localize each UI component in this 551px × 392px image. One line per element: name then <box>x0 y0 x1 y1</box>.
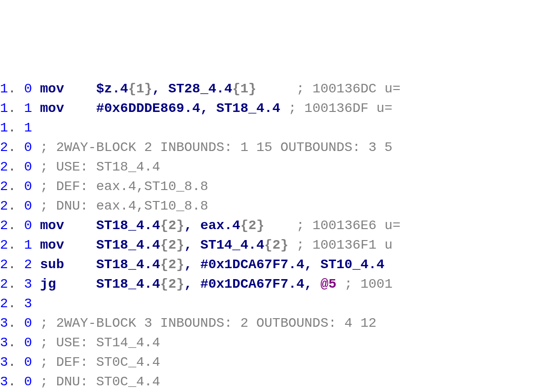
comment-marker: ; <box>40 160 56 174</box>
comment-marker: ; <box>40 179 56 194</box>
code-line: 2. 1 mov ST18_4.4{2}, ST14_4.4{2} ; 1001… <box>0 235 551 255</box>
line-index: 3. 0 <box>0 355 40 370</box>
block-number: 2 <box>0 238 8 252</box>
comment-text: USE: ST14_4.4 <box>56 335 160 350</box>
version-tag: {1} <box>232 81 256 96</box>
instr-index: 1 <box>24 121 32 135</box>
comment-marker: ; <box>40 355 56 370</box>
instr-index: 3 <box>24 296 32 311</box>
comment-text: 100136DC u= <box>312 81 400 96</box>
operand: ST18_4.4 <box>216 101 280 116</box>
instr-index: 0 <box>24 140 32 155</box>
code-line: 2. 3 jg ST18_4.4{2}, #0x1DCA67F7.4, @5 ;… <box>0 274 551 294</box>
mnemonic: mov <box>40 101 64 116</box>
version-tag: {2} <box>160 238 184 252</box>
block-number: 2 <box>0 218 8 233</box>
comment-text: 2WAY-BLOCK 2 INBOUNDS: 1 15 OUTBOUNDS: 3… <box>56 140 393 155</box>
comment-marker: ; <box>288 101 305 116</box>
comment-marker: ; <box>40 316 56 331</box>
version-tag: {2} <box>160 218 184 233</box>
operand: #0x1DCA67F7.4 <box>200 277 304 291</box>
block-number: 3 <box>0 355 8 370</box>
line-index: 3. 0 <box>0 374 40 389</box>
block-number: 3 <box>0 316 8 331</box>
line-index: 2. 1 <box>0 238 40 252</box>
comment-marker: ; <box>40 335 56 350</box>
comment-text: DNU: eax.4,ST10_8.8 <box>56 199 208 213</box>
instr-index: 2 <box>24 257 32 272</box>
line-index: 1. 0 <box>0 81 40 96</box>
instr-index: 0 <box>24 374 32 389</box>
operand: eax.4 <box>200 218 240 233</box>
code-line: 2. 0 ; DEF: eax.4,ST10_8.8 <box>0 177 551 196</box>
instr-index: 3 <box>24 277 32 291</box>
operand: , <box>184 218 201 233</box>
operand: , <box>200 101 216 116</box>
operand: ST18_4.4 <box>96 238 160 252</box>
operand: ST18_4.4 <box>96 277 160 291</box>
instr-index: 0 <box>24 160 32 174</box>
block-number: 1 <box>0 81 8 96</box>
comment-marker: ; <box>296 81 313 96</box>
block-number: 2 <box>0 277 8 291</box>
comment-text: DEF: eax.4,ST10_8.8 <box>56 179 208 194</box>
code-line: 1. 0 mov $z.4{1}, ST28_4.4{1} ; 100136DC… <box>0 79 551 99</box>
version-tag: {2} <box>240 218 264 233</box>
mnemonic: sub <box>40 257 64 272</box>
comment-text: 2WAY-BLOCK 3 INBOUNDS: 2 OUTBOUNDS: 4 12 <box>56 316 385 331</box>
code-line: 2. 2 sub ST18_4.4{2}, #0x1DCA67F7.4, ST1… <box>0 255 551 274</box>
line-index: 3. 0 <box>0 316 40 331</box>
comment-marker: ; <box>40 374 56 389</box>
block-number: 2 <box>0 160 8 174</box>
line-index: 1. 1 <box>0 101 40 116</box>
comment-marker: ; <box>296 218 313 233</box>
instr-index: 0 <box>24 335 32 350</box>
instr-index: 1 <box>24 101 32 116</box>
line-index: 2. 0 <box>0 179 40 194</box>
comment-text: USE: ST18_4.4 <box>56 160 160 174</box>
instr-index: 0 <box>24 179 32 194</box>
version-tag: {1} <box>128 81 152 96</box>
operand: , <box>305 257 321 272</box>
block-number: 2 <box>0 179 8 194</box>
code-line: 2. 3 <box>0 294 551 313</box>
code-line: 1. 1 <box>0 118 551 138</box>
line-index: 2. 3 <box>0 296 40 311</box>
block-number: 2 <box>0 140 8 155</box>
instr-index: 0 <box>24 355 32 370</box>
label-ref: @5 <box>320 277 337 291</box>
operand: #0x1DCA67F7.4 <box>200 257 304 272</box>
code-line: 3. 0 ; DNU: ST0C_4.4 <box>0 372 551 392</box>
comment-text: 1001 <box>360 277 392 291</box>
instr-index: 0 <box>24 316 32 331</box>
line-index: 3. 0 <box>0 335 40 350</box>
block-number: 2 <box>0 199 8 213</box>
comment-text: DNU: ST0C_4.4 <box>56 374 160 389</box>
operand: , <box>184 277 201 291</box>
comment-text: 100136F1 u <box>312 238 392 252</box>
operand: , <box>152 81 168 96</box>
operand: ST28_4.4 <box>168 81 232 96</box>
code-line: 3. 0 ; 2WAY-BLOCK 3 INBOUNDS: 2 OUTBOUND… <box>0 313 551 333</box>
comment-text: 100136DF u= <box>305 101 393 116</box>
block-number: 3 <box>0 374 8 389</box>
comment-marker: ; <box>345 277 361 291</box>
line-index: 2. 2 <box>0 257 40 272</box>
block-number: 2 <box>0 257 8 272</box>
version-tag: {2} <box>160 257 184 272</box>
block-number: 2 <box>0 296 8 311</box>
code-line: 2. 0 ; DNU: eax.4,ST10_8.8 <box>0 196 551 216</box>
comment-marker: ; <box>296 238 313 252</box>
block-number: 1 <box>0 121 8 135</box>
instr-index: 1 <box>24 238 32 252</box>
operand: , <box>305 277 321 291</box>
operand: ST18_4.4 <box>96 257 160 272</box>
code-line: 2. 0 ; USE: ST18_4.4 <box>0 157 551 177</box>
mnemonic: jg <box>40 277 56 291</box>
line-index: 1. 1 <box>0 121 40 135</box>
line-index: 2. 3 <box>0 277 40 291</box>
operand: #0x6DDDE869.4 <box>96 101 200 116</box>
operand: , <box>184 257 201 272</box>
comment-text: DEF: ST0C_4.4 <box>56 355 160 370</box>
code-line: 2. 0 ; 2WAY-BLOCK 2 INBOUNDS: 1 15 OUTBO… <box>0 138 551 157</box>
